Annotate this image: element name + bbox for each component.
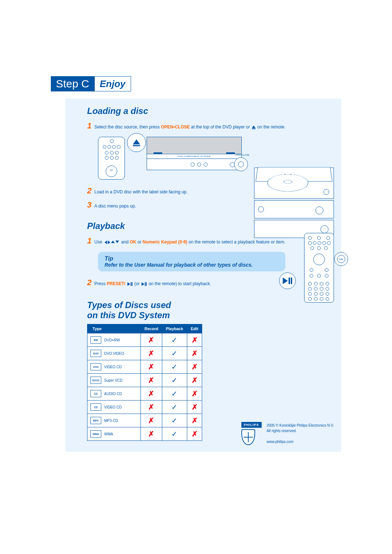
disc-logo-icon: MP3: [90, 417, 101, 424]
table-row: RWDVD+RW✗✓✗: [87, 333, 202, 347]
section-title-types: Types of Discs used on this DVD System: [87, 300, 334, 320]
table-row: CDVIDEO CD✗✓✗: [87, 401, 202, 414]
eject-callout-icon: [127, 133, 146, 152]
cell-edit: ✗: [187, 374, 202, 387]
x-icon: ✗: [148, 430, 154, 438]
disc-logo-icon: CD: [90, 390, 101, 397]
x-icon: ✗: [148, 390, 154, 398]
table-header-row: Type Record Playback Edit: [87, 324, 202, 333]
dvd-player-icon: DVD COMPONENT SYSTEM OPEN•CLOSE: [147, 137, 242, 170]
cmd-open-close: OPEN•CLOSE: [161, 124, 190, 130]
ok-text: OK: [337, 255, 345, 263]
cell-record: ✗: [141, 374, 162, 387]
step-text: Use and OK or Numeric Keypad (0-9) on th…: [94, 239, 285, 245]
cell-playback: ✓: [162, 360, 187, 374]
cell-edit: ✗: [187, 347, 202, 360]
ok-label: OK: [130, 239, 136, 245]
dvd-player-illustration: DVD COMPONENT SYSTEM OPEN•CLOSE: [147, 137, 242, 170]
disc-type-label: Super VCD: [104, 378, 123, 382]
step-number: 3: [87, 199, 94, 211]
remote-eject-illustration: OK: [98, 137, 125, 180]
cell-playback: ✓: [162, 414, 187, 427]
dvd-component-label: DVD COMPONENT SYSTEM: [147, 155, 241, 157]
step-text: A disc menu pops up.: [94, 203, 136, 209]
x-icon: ✗: [148, 349, 154, 357]
cell-type: RWDVD+RW: [87, 333, 141, 347]
eject-icon: [252, 126, 256, 129]
col-record: Record: [141, 324, 162, 333]
rights: All rights reserved.: [267, 428, 334, 434]
step-number: 1: [87, 120, 94, 132]
check-icon: ✓: [171, 390, 177, 398]
check-icon: ✓: [171, 349, 177, 357]
cell-type: CDAUDIO CD: [87, 387, 141, 401]
cell-record: ✗: [141, 427, 162, 441]
page: Step C Enjoy Loading a disc 1 Select the…: [0, 0, 392, 473]
disc-tray-open-icon: [254, 168, 334, 199]
disc-type-label: MP3-CD: [104, 419, 118, 423]
disc-type-label: VIDEO CD: [104, 405, 122, 409]
section-title-loading: Loading a disc: [87, 106, 334, 116]
step-text: Select the disc source, then press OPEN•…: [94, 124, 285, 130]
text: on the remote.: [257, 124, 285, 130]
ok-callout-icon: OK: [334, 252, 348, 266]
tip-text: Refer to the User Manual for playback of…: [105, 262, 279, 268]
col-edit: Edit: [187, 324, 202, 333]
text: at the top of the DVD player or: [191, 124, 251, 130]
text: Select the disc source, then press: [94, 124, 161, 130]
disc-type-label: AUDIO CD: [104, 392, 122, 396]
text: Press: [94, 281, 107, 286]
check-icon: ✓: [171, 363, 177, 371]
tip-title: Tip: [105, 255, 279, 262]
check-icon: ✓: [171, 430, 177, 438]
disc-logo-icon: CD: [90, 403, 101, 411]
x-icon: ✗: [148, 416, 154, 424]
disc-logo-icon: SVCD: [90, 377, 101, 384]
step-text: Load in a DVD disc with the label side f…: [94, 189, 188, 195]
cell-edit: ✗: [187, 333, 202, 347]
cell-record: ✗: [141, 347, 162, 360]
cell-edit: ✗: [187, 387, 202, 401]
open-close-callout-icon: [234, 157, 248, 171]
table-row: VCDVIDEO CD✗✓✗: [87, 360, 202, 374]
x-icon: ✗: [148, 403, 154, 411]
x-icon: ✗: [192, 430, 198, 438]
disc-logo-icon: DVD: [90, 350, 101, 357]
cell-playback: ✓: [162, 387, 187, 401]
text: on this DVD System: [87, 310, 170, 320]
disc-type-label: VIDEO CD: [104, 365, 122, 369]
loading-step-1: 1 Select the disc source, then press OPE…: [87, 120, 334, 132]
x-icon: ✗: [192, 376, 198, 384]
cell-record: ✗: [141, 387, 162, 401]
text: (or: [134, 281, 141, 286]
disc-type-label: DVD VIDEO: [104, 352, 124, 356]
step-badge: Step C: [51, 76, 94, 91]
x-icon: ✗: [192, 336, 198, 344]
cell-record: ✗: [141, 360, 162, 374]
cell-playback: ✓: [162, 347, 187, 360]
text: on the remote to select a playback featu…: [188, 239, 285, 245]
disc-logo-icon: WMA: [90, 430, 101, 438]
playback-step-2: 2 Press PRESET/ (or on the remote) to st…: [87, 276, 334, 288]
step-number: 2: [87, 185, 94, 197]
cell-type: WMAWMA: [87, 427, 141, 441]
x-icon: ✗: [148, 376, 154, 384]
footer-link[interactable]: www.philips.com: [267, 440, 294, 444]
play-pause-icon: [127, 282, 132, 286]
cell-playback: ✓: [162, 333, 187, 347]
cell-record: ✗: [141, 414, 162, 427]
cell-playback: ✓: [162, 374, 187, 387]
cell-edit: ✗: [187, 360, 202, 374]
cell-type: SVCDSuper VCD: [87, 374, 141, 387]
text: or: [138, 239, 143, 245]
table-row: WMAWMA✗✓✗: [87, 427, 202, 441]
check-icon: ✓: [171, 376, 177, 384]
preset-label: PRESET/: [107, 281, 125, 286]
check-icon: ✓: [171, 403, 177, 411]
step-number: 2: [87, 276, 94, 288]
play-pause-icon: [142, 282, 147, 286]
table-row: SVCDSuper VCD✗✓✗: [87, 374, 202, 387]
disc-logo-icon: VCD: [90, 363, 101, 370]
cell-type: CDVIDEO CD: [87, 401, 141, 414]
brand-block: PHILIPS: [241, 422, 262, 445]
